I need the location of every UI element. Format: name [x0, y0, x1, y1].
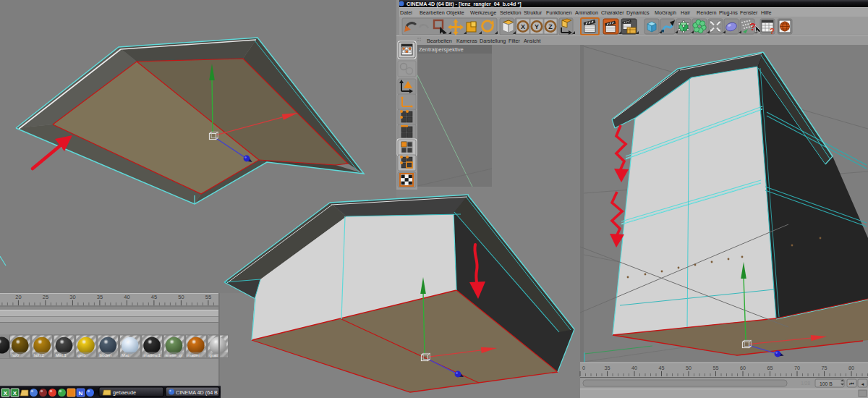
- svg-text:gebaeude: gebaeude: [113, 389, 136, 396]
- svg-text:MoGraph: MoGraph: [655, 9, 676, 16]
- svg-text:Dynamics: Dynamics: [626, 9, 650, 16]
- svg-text:60: 60: [740, 365, 746, 371]
- svg-text:Charakter: Charakter: [601, 9, 624, 16]
- svg-text:Funktionen: Funktionen: [546, 9, 572, 16]
- svg-text:mattsw.1: mattsw.1: [143, 353, 161, 357]
- svg-text:Y: Y: [535, 23, 539, 30]
- svg-text:20: 20: [15, 294, 21, 300]
- svg-text:45: 45: [151, 294, 157, 300]
- svg-text:boden: boden: [100, 353, 112, 357]
- svg-text:45: 45: [659, 365, 665, 371]
- svg-text:Plug-ins: Plug-ins: [719, 9, 738, 16]
- svg-text:35: 35: [97, 294, 103, 300]
- svg-text:Fenster: Fenster: [740, 9, 758, 16]
- svg-text:Mat.1: Mat.1: [56, 353, 67, 357]
- svg-text:80: 80: [848, 365, 854, 371]
- svg-text:Darstellung: Darstellung: [480, 38, 506, 44]
- svg-text:40: 40: [124, 294, 129, 300]
- svg-text:Ansicht: Ansicht: [524, 38, 541, 44]
- svg-text:Struktur: Struktur: [524, 9, 542, 16]
- svg-text:N: N: [79, 390, 83, 397]
- svg-text:Animation: Animation: [575, 9, 598, 16]
- svg-text:Hair: Hair: [681, 9, 691, 16]
- svg-text:X: X: [13, 390, 17, 397]
- svg-text:Bearbeiten: Bearbeiten: [427, 38, 452, 44]
- svg-text:Bearbeiten: Bearbeiten: [420, 9, 445, 16]
- svg-text:wiese_gr: wiese_gr: [165, 353, 183, 357]
- svg-text:Zentralperspektive: Zentralperspektive: [419, 46, 464, 53]
- svg-text:Z: Z: [548, 23, 553, 30]
- svg-text:Mat: Mat: [122, 353, 129, 357]
- svg-text:75: 75: [822, 365, 827, 371]
- svg-text:65: 65: [767, 365, 773, 371]
- svg-text:50: 50: [178, 294, 184, 300]
- svg-text:Werkzeuge: Werkzeuge: [470, 9, 496, 16]
- svg-text:55: 55: [205, 294, 211, 300]
- svg-text:CINEMA 4D (64 B: CINEMA 4D (64 B: [176, 389, 218, 396]
- svg-text:1/28: 1/28: [801, 381, 810, 386]
- svg-text:50: 50: [686, 365, 692, 371]
- svg-text:◄: ◄: [861, 382, 865, 386]
- svg-text:holz: holz: [12, 353, 20, 357]
- svg-text:100 B: 100 B: [820, 381, 833, 386]
- svg-text:grau: grau: [210, 353, 218, 357]
- svg-text:Rendern: Rendern: [697, 9, 717, 16]
- svg-text:30: 30: [69, 294, 75, 300]
- svg-text:gelb: gelb: [77, 353, 86, 357]
- svg-text:X: X: [4, 390, 8, 397]
- svg-text:70: 70: [794, 365, 800, 371]
- svg-text:40: 40: [631, 365, 637, 371]
- svg-text:35: 35: [605, 365, 610, 371]
- svg-text:⏮: ⏮: [849, 381, 854, 386]
- svg-text:Datei: Datei: [400, 9, 412, 16]
- svg-text:Hilfe: Hilfe: [761, 9, 771, 16]
- svg-text:Filter: Filter: [509, 38, 521, 44]
- svg-text:?: ?: [749, 20, 756, 33]
- svg-text:Objekte: Objekte: [446, 9, 464, 16]
- svg-text:Selektion: Selektion: [500, 9, 522, 16]
- svg-text:55: 55: [713, 365, 719, 371]
- svg-text:?: ?: [770, 27, 775, 35]
- svg-text:Kameras: Kameras: [456, 38, 477, 44]
- svg-text:25: 25: [43, 294, 48, 300]
- svg-text:holz2: holz2: [33, 353, 44, 357]
- svg-text:0: 0: [582, 365, 585, 371]
- svg-text:X: X: [521, 23, 525, 30]
- svg-text:CINEMA 4D (64 Bit) - [lenz_ran: CINEMA 4D (64 Bit) - [lenz_rangier_04_b.…: [407, 1, 522, 7]
- svg-text:mauer: mauer: [187, 353, 200, 357]
